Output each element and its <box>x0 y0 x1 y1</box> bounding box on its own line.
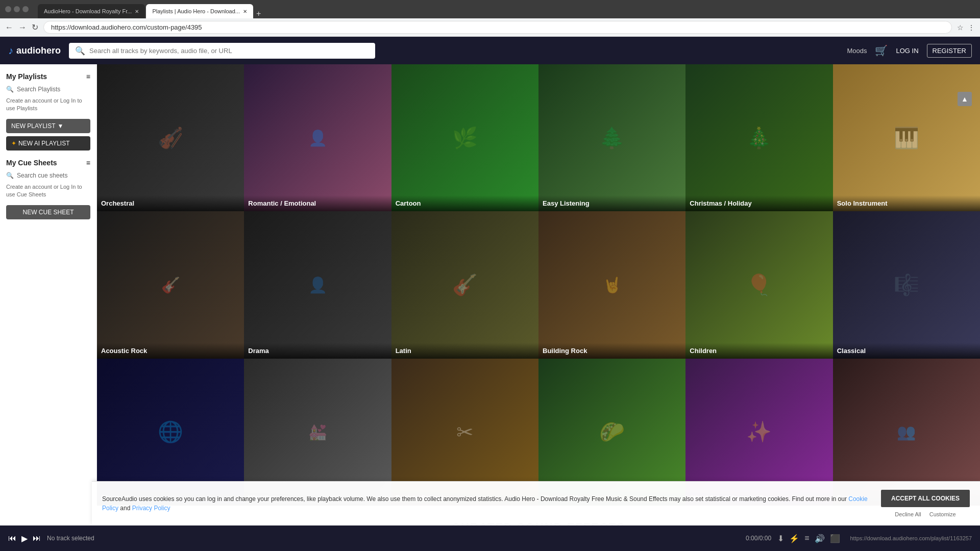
playlist-card-drama[interactable]: 👤 Drama <box>244 211 391 358</box>
logo-text: audiohero <box>16 45 61 56</box>
play-btn[interactable]: ▶ <box>21 534 28 543</box>
new-tab-btn[interactable]: + <box>256 9 261 18</box>
cookie-actions: ACCEPT ALL COOKIES Decline All Customize <box>881 490 970 517</box>
playlist-card-label-romantic: Romantic / Emotional <box>244 195 391 211</box>
sidebar: My Playlists ≡ 🔍 Search Playlists Create… <box>0 64 97 551</box>
search-playlists-icon: 🔍 <box>6 86 14 93</box>
ai-star-icon: ✦ <box>11 140 16 147</box>
new-playlist-btn[interactable]: NEW PLAYLIST ▼ <box>6 119 90 133</box>
refresh-btn[interactable]: ↻ <box>32 22 38 32</box>
logo-icon: ♪ <box>8 45 13 57</box>
main-layout: My Playlists ≡ 🔍 Search Playlists Create… <box>0 64 980 551</box>
url-input[interactable] <box>43 21 952 34</box>
window-controls <box>5 6 29 12</box>
status-bar: https://download.audiohero.com/playlist/… <box>850 535 972 541</box>
prev-btn[interactable]: ⏮ <box>8 534 16 543</box>
bookmark-icon[interactable]: ☆ <box>957 23 964 32</box>
main-content: 🎻 Orchestral 👤 Romantic / Emotional 🌿 Ca… <box>97 64 980 551</box>
decline-cookies-btn[interactable]: Decline All <box>895 511 921 517</box>
privacy-policy-link[interactable]: Privacy Policy <box>132 505 170 512</box>
tab-1[interactable]: AudioHero - Download Royalty Fr... ✕ <box>38 4 145 18</box>
search-playlists-btn[interactable]: 🔍 Search Playlists <box>6 86 90 93</box>
login-btn[interactable]: LOG IN <box>896 47 918 55</box>
tab-2[interactable]: Playlists | Audio Hero - Download... ✕ <box>146 4 253 18</box>
extensions-icon[interactable]: ⋮ <box>968 23 975 32</box>
app-header: ♪ audiohero 🔍 Moods 🛒 LOG IN REGISTER <box>0 37 980 64</box>
playlist-card-label-orchestral: Orchestral <box>97 195 244 211</box>
cue-desc: Create an account or Log In to use Cue S… <box>6 183 90 199</box>
player-controls: ⏮ ▶ ⏭ <box>8 534 41 543</box>
tab-1-close[interactable]: ✕ <box>135 9 139 14</box>
list-icon[interactable]: ≡ <box>804 534 809 543</box>
search-cue-btn[interactable]: 🔍 Search cue sheets <box>6 172 90 179</box>
new-ai-playlist-btn[interactable]: ✦ NEW AI PLAYLIST <box>6 136 90 151</box>
close-btn[interactable] <box>22 6 29 12</box>
playlist-card-label-drama: Drama <box>244 343 391 359</box>
playlist-card-label-christmas: Christmas / Holiday <box>685 195 832 211</box>
playlists-section-title: My Playlists ≡ <box>6 72 90 81</box>
app-container: ♪ audiohero 🔍 Moods 🛒 LOG IN REGISTER My… <box>0 37 980 551</box>
accept-cookies-btn[interactable]: ACCEPT ALL COOKIES <box>881 490 970 507</box>
search-icon: 🔍 <box>75 46 85 56</box>
minimize-btn[interactable] <box>5 6 11 12</box>
scroll-up-btn[interactable]: ▲ <box>958 92 972 106</box>
customize-cookies-btn[interactable]: Customize <box>929 511 956 517</box>
playlist-card-label-cartoon: Cartoon <box>391 195 538 211</box>
tab-2-close[interactable]: ✕ <box>243 9 247 14</box>
moods-btn[interactable]: Moods <box>847 47 867 55</box>
playlist-card-label-easy: Easy Listening <box>538 195 685 211</box>
playlists-grid-row1: 🎻 Orchestral 👤 Romantic / Emotional 🌿 Ca… <box>97 64 980 211</box>
download-icon[interactable]: ⬇ <box>777 534 784 543</box>
playlist-card-label-acoustic: Acoustic Rock <box>97 343 244 359</box>
tab-1-label: AudioHero - Download Royalty Fr... <box>44 8 132 14</box>
cue-menu-icon[interactable]: ≡ <box>86 159 90 167</box>
register-btn[interactable]: REGISTER <box>927 44 972 58</box>
playlist-card-classical[interactable]: 🎼 Classical <box>833 211 980 358</box>
playlist-card-latin[interactable]: 🎸 Latin <box>391 211 538 358</box>
player-right: ⬇ ⚡ ≡ 🔊 ⬛ <box>777 534 840 543</box>
playlist-card-label-building: Building Rock <box>538 343 685 359</box>
browser-tabs: AudioHero - Download Royalty Fr... ✕ Pla… <box>38 0 261 18</box>
playlist-card-acoustic[interactable]: 🎸 Acoustic Rock <box>97 211 244 358</box>
forward-btn[interactable]: → <box>18 23 27 32</box>
address-bar: ← → ↻ ☆ ⋮ <box>0 18 980 37</box>
playlist-card-romantic[interactable]: 👤 Romantic / Emotional <box>244 64 391 211</box>
cart-icon[interactable]: 🛒 <box>875 44 888 57</box>
playlist-card-label-children: Children <box>685 343 832 359</box>
playlist-card-building[interactable]: 🤘 Building Rock <box>538 211 685 358</box>
bottom-player: ⏮ ▶ ⏭ No track selected 0:00/0:00 ⬇ ⚡ ≡ … <box>0 525 980 551</box>
volume-icon[interactable]: 🔊 <box>815 534 825 543</box>
playlist-card-label-classical: Classical <box>833 343 980 359</box>
tab-2-label: Playlists | Audio Hero - Download... <box>152 8 240 14</box>
back-btn[interactable]: ← <box>5 23 13 32</box>
dropdown-arrow-icon: ▼ <box>57 122 63 130</box>
playlist-card-christmas[interactable]: 🎄 Christmas / Holiday <box>685 64 832 211</box>
address-icons: ☆ ⋮ <box>957 23 975 32</box>
playlist-card-label-latin: Latin <box>391 343 538 359</box>
playlists-menu-icon[interactable]: ≡ <box>86 72 90 81</box>
playlist-card-children[interactable]: 🎈 Children <box>685 211 832 358</box>
browser-chrome: AudioHero - Download Royalty Fr... ✕ Pla… <box>0 0 980 18</box>
playlist-card-solo[interactable]: 🎹 Solo Instrument <box>833 64 980 211</box>
new-cue-btn[interactable]: NEW CUE SHEET <box>6 205 90 219</box>
maximize-btn[interactable] <box>14 6 20 12</box>
search-cue-icon: 🔍 <box>6 172 14 179</box>
expand-icon[interactable]: ⬛ <box>830 534 840 543</box>
playlist-card-orchestral[interactable]: 🎻 Orchestral <box>97 64 244 211</box>
playlist-card-easy[interactable]: 🌲 Easy Listening <box>538 64 685 211</box>
header-right: Moods 🛒 LOG IN REGISTER <box>847 44 972 58</box>
search-input[interactable] <box>89 47 369 55</box>
cookie-banner: SourceAudio uses cookies so you can log … <box>92 481 980 525</box>
cookie-small-btns: Decline All Customize <box>895 511 955 517</box>
logo[interactable]: ♪ audiohero <box>8 45 61 57</box>
next-btn[interactable]: ⏭ <box>33 534 41 543</box>
lightning-icon[interactable]: ⚡ <box>789 534 799 543</box>
player-track-label: No track selected <box>47 535 740 542</box>
playlist-card-label-solo: Solo Instrument <box>833 195 980 211</box>
cookie-text: SourceAudio uses cookies so you can log … <box>102 494 871 513</box>
playlists-desc: Create an account or Log In to use Playl… <box>6 97 90 113</box>
player-time: 0:00/0:00 <box>746 535 771 542</box>
playlist-card-cartoon[interactable]: 🌿 Cartoon <box>391 64 538 211</box>
cue-sheets-section-title: My Cue Sheets ≡ <box>6 159 90 167</box>
search-bar[interactable]: 🔍 <box>69 43 375 59</box>
